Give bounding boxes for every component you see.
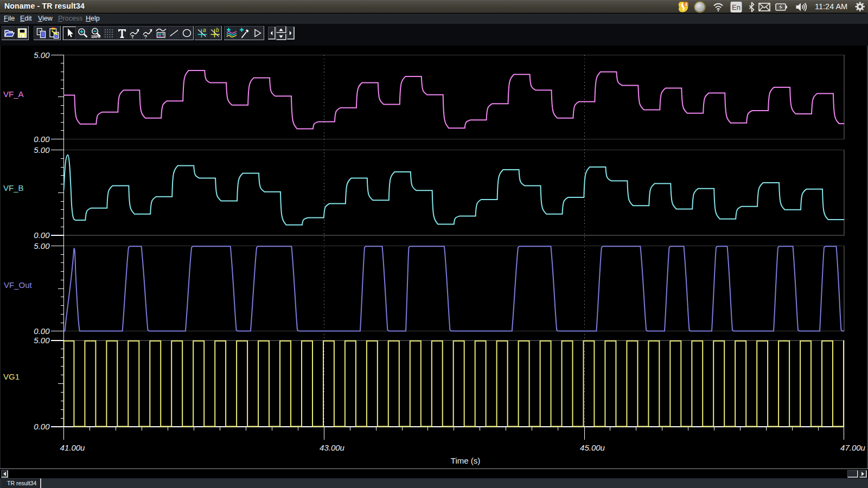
svg-text:45.00u: 45.00u	[580, 443, 605, 452]
svg-text:5.00: 5.00	[34, 145, 50, 155]
svg-text:47.00u: 47.00u	[840, 443, 866, 452]
svg-text:5.00: 5.00	[34, 336, 50, 345]
svg-text:Time (s): Time (s)	[451, 456, 480, 465]
svg-text:41.00u: 41.00u	[60, 443, 86, 452]
svg-text:VF_Out: VF_Out	[4, 280, 33, 290]
svg-text:VF_B: VF_B	[3, 183, 24, 192]
svg-text:0.00: 0.00	[34, 422, 50, 431]
svg-text:43.00u: 43.00u	[320, 443, 345, 452]
svg-text:5.00: 5.00	[34, 50, 50, 60]
svg-text:0.00: 0.00	[34, 230, 50, 240]
svg-text:0.00: 0.00	[34, 326, 50, 336]
svg-text:VF_A: VF_A	[3, 89, 24, 99]
svg-text:5.00: 5.00	[34, 241, 50, 251]
svg-text:0.00: 0.00	[34, 134, 50, 144]
svg-text:VG1: VG1	[3, 372, 20, 381]
